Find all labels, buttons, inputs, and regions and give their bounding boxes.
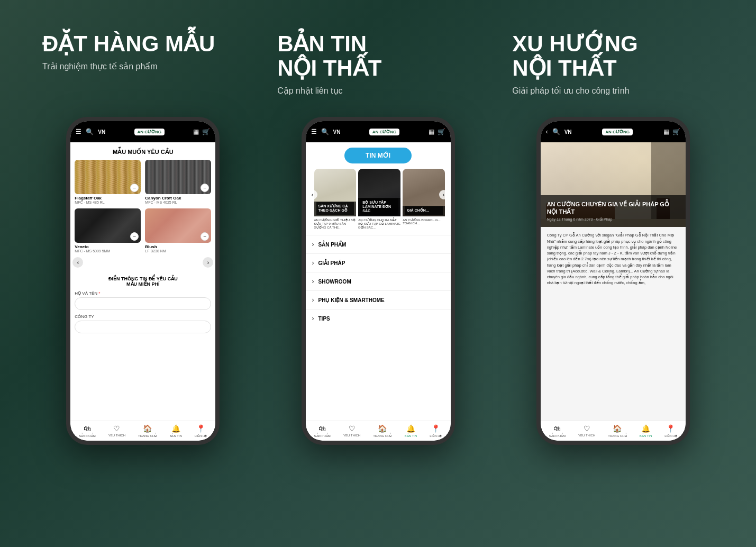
product-grid: − Flagstaff Oak MFC - MS 485 RL −	[70, 160, 215, 253]
phone-1-navbar-left: ☰ 🔍 VN	[76, 128, 105, 135]
phones-row: ☰ 🔍 VN AN CƯỜNG ▦ 🛒	[42, 117, 714, 526]
next-arrow[interactable]: ›	[203, 257, 213, 268]
qr-icon-3[interactable]: ▦	[663, 128, 669, 135]
menu-item-sanpham[interactable]: › SẢN PHẨM	[306, 235, 451, 253]
nav-trangchu-3[interactable]: 🏠 TRANG CHỦ	[608, 424, 626, 437]
name-input[interactable]	[75, 297, 211, 310]
product-item-1: − Flagstaff Oak MFC - MS 485 RL	[75, 160, 141, 204]
nav-sanpham-3[interactable]: 🛍 SẢN PHẨM	[549, 424, 566, 437]
phone-3-frame: ‹ 🔍 VN AN CƯỜNG ▦ 🛒	[536, 117, 690, 445]
yeuthich-label-1: YÊU THÍCH	[108, 434, 125, 437]
section-header-1: ĐẶT HÀNG MẪU Trải nghiệm thực tế sản phẩ…	[42, 32, 244, 96]
form-section: ĐIỀN THÔNG TIN ĐỂ YÊU CẦUMẪU MIỄN PHÍ HỌ…	[70, 272, 215, 342]
menu-label-tips: TIPS	[318, 316, 330, 322]
yeuthich-icon-1: ♡	[113, 424, 120, 433]
lienhe-icon-2: 📍	[431, 424, 440, 433]
trangchu-label-1: TRANG CHỦ	[138, 434, 157, 437]
section-title-2: BẢN TINNỘI THẤT	[277, 32, 479, 80]
prev-arrow[interactable]: ‹	[72, 257, 83, 268]
article-meta: Ngày 12 Tháng 6 năm 2073 - Giải Pháp	[547, 217, 679, 222]
product-img-4: −	[145, 208, 211, 243]
company-input[interactable]	[75, 321, 211, 333]
nav-sanpham-2[interactable]: 🛍 SẢN PHẨM	[314, 424, 331, 437]
phone-2-wrapper: ☰ 🔍 VN AN CƯỜNG ▦ 🛒 TIN MỚI	[277, 117, 479, 445]
cart-icon[interactable]: 🛒	[202, 128, 210, 135]
article-body: Công Ty CP Gỗ An Cường với slogan "Giải …	[541, 227, 686, 291]
phone-2-navbar-left: ☰ 🔍 VN	[311, 128, 341, 135]
news-img-2: BỘ SƯU TẬP LAMINATE ĐƠN SÁC	[358, 169, 400, 216]
nav-trangchu-1[interactable]: 🏠 TRANG CHỦ	[138, 424, 157, 437]
phone-1-screen: ☰ 🔍 VN AN CƯỜNG ▦ 🛒	[70, 121, 215, 441]
qr-icon[interactable]: ▦	[193, 128, 199, 135]
product-img-1: −	[75, 160, 141, 194]
product-img-2: −	[145, 160, 211, 194]
page-wrapper: ĐẶT HÀNG MẪU Trải nghiệm thực tế sản phẩ…	[0, 0, 756, 547]
section-header-2: BẢN TINNỘI THẤT Cập nhật liên tục	[277, 32, 479, 96]
arrow-tips: ›	[312, 315, 314, 322]
news-slider: SÀN XƯƠNG CÁ THEO GẠCH GỖ AN CƯỜNG GIỚI …	[310, 169, 447, 231]
company-label: CÔNG TY	[75, 314, 211, 319]
phone-3-navbar-left: ‹ 🔍 VN	[546, 128, 572, 135]
cart-icon-3[interactable]: 🛒	[672, 128, 680, 135]
brand-logo-2: AN CƯỜNG	[369, 129, 400, 135]
phone-3-screen: ‹ 🔍 VN AN CƯỜNG ▦ 🛒	[541, 121, 686, 441]
nav-bantin-3[interactable]: 🔔 BẢN TIN	[640, 424, 652, 437]
nav-yeuthich-1[interactable]: ♡ YÊU THÍCH	[108, 424, 125, 437]
nav-yeuthich-2[interactable]: ♡ YÊU THÍCH	[343, 424, 360, 437]
slider-arrow-left[interactable]: ‹	[308, 190, 317, 199]
back-icon-3[interactable]: ‹	[546, 128, 548, 135]
menu-item-giaiphap[interactable]: › GIẢI PHÁP	[306, 253, 451, 272]
phone-2-screen: ☰ 🔍 VN AN CƯỜNG ▦ 🛒 TIN MỚI	[306, 121, 451, 441]
name-label: HỌ VÀ TÊN *	[75, 291, 211, 296]
news-img-3: GIÁ CHỐN...	[403, 169, 445, 216]
nav-lienhe-3[interactable]: 📍 LIÊN HỆ	[664, 424, 677, 437]
nav-bantin-1[interactable]: 🔔 BẢN TIN	[169, 424, 182, 437]
news-label-1: SÀN XƯƠNG CÁ THEO GẠCH GỖ	[316, 202, 354, 215]
nav-lienhe-2[interactable]: 📍 LIÊN HỆ	[430, 424, 442, 437]
required-mark-1: *	[98, 291, 100, 296]
lienhe-icon-3: 📍	[666, 424, 675, 433]
phone-1-wrapper: ☰ 🔍 VN AN CƯỜNG ▦ 🛒	[42, 117, 244, 445]
bantin-label-3: BẢN TIN	[640, 434, 652, 437]
bantin-label-2: BẢN TIN	[405, 434, 417, 437]
news-card-2[interactable]: BỘ SƯU TẬP LAMINATE ĐƠN SÁC AN CƯỜNG CHO…	[358, 169, 400, 231]
menu-item-showroom[interactable]: › SHOWROOM	[306, 272, 451, 290]
arrow-giaiphap: ›	[312, 259, 314, 267]
product-img-3: −	[75, 208, 141, 243]
menu-label-phukien: PHỤ KIỆN & SMARTHOME	[318, 297, 385, 303]
phone-1-bottom-nav: 🛍 SẢN PHẨM ♡ YÊU THÍCH 🏠 TRANG CHỦ �	[70, 421, 215, 441]
nav-lienhe-1[interactable]: 📍 LIÊN HỆ	[195, 424, 207, 437]
product-name-4: Blush	[145, 244, 211, 249]
product-code-1: MFC - MS 485 RL	[75, 200, 141, 204]
sanpham-icon-3: 🛍	[553, 424, 561, 433]
menu-item-phukien[interactable]: › PHỤ KIỆN & SMARTHOME	[306, 290, 451, 309]
tin-moi-btn[interactable]: TIN MỚI	[344, 148, 412, 163]
menu-icon[interactable]: ☰	[76, 128, 81, 135]
lienhe-icon-1: 📍	[196, 424, 205, 433]
product-name-2: Canyon Croft Oak	[145, 196, 211, 200]
nav-bantin-2[interactable]: 🔔 BẢN TIN	[405, 424, 417, 437]
news-card-1[interactable]: SÀN XƯƠNG CÁ THEO GẠCH GỖ AN CƯỜNG GIỚI …	[314, 169, 357, 231]
bantin-label-1: BẢN TIN	[169, 434, 182, 437]
brand-name-3: AN CƯỜNG	[605, 130, 630, 134]
trangchu-icon-2: 🏠	[378, 424, 387, 433]
news-card-3[interactable]: GIÁ CHỐN... AN CƯỜNG BOARD - G... TOÀN C…	[403, 169, 445, 231]
nav-trangchu-2[interactable]: 🏠 TRANG CHỦ	[373, 424, 391, 437]
brand-name-2: AN CƯỜNG	[372, 130, 397, 134]
menu-item-tips[interactable]: › TIPS	[306, 309, 451, 327]
product-code-3: MFC - MS 5009 5MM	[75, 249, 141, 253]
sanpham-icon-2: 🛍	[318, 424, 326, 433]
phone-3-navbar-right: ▦ 🛒	[663, 128, 680, 135]
nav-yeuthich-3[interactable]: ♡ YÊU THÍCH	[578, 424, 595, 437]
yeuthich-label-3: YÊU THÍCH	[578, 434, 595, 437]
section-title-1: ĐẶT HÀNG MẪU	[42, 32, 244, 56]
qr-icon-2[interactable]: ▦	[429, 128, 434, 135]
news-desc-1: AN CƯỜNG GIỚI THIỆU BỘ SƯU TẬP 9 MÃU SÀN…	[314, 216, 357, 231]
form-title: ĐIỀN THÔNG TIN ĐỂ YÊU CẦUMẪU MIỄN PHÍ	[75, 276, 211, 287]
cart-icon-2[interactable]: 🛒	[438, 128, 445, 135]
menu-icon-2[interactable]: ☰	[311, 128, 317, 135]
search-icon-3[interactable]: 🔍	[552, 128, 560, 135]
search-icon-2[interactable]: 🔍	[321, 128, 329, 135]
nav-sanpham-1[interactable]: 🛍 SẢN PHẨM	[79, 424, 95, 437]
slider-arrow-right[interactable]: ›	[439, 190, 449, 199]
